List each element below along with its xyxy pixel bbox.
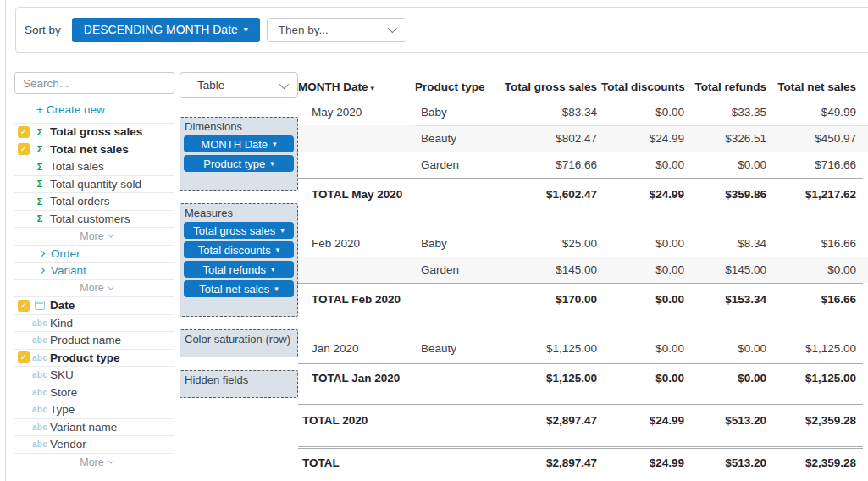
- total-value-cell: $513.20: [688, 449, 771, 477]
- field-label: Product name: [50, 334, 121, 346]
- sidebar-item-total-net-sales[interactable]: ✓ΣTotal net sales: [14, 141, 174, 159]
- chevron-down-icon: [108, 232, 113, 238]
- total-value-cell: $0.00: [601, 364, 688, 392]
- pill-label: Total refunds: [203, 263, 266, 276]
- report-builder-page: Sort by DESCENDING MONTH Date ▾ Then by.…: [0, 0, 868, 481]
- total-value-cell: $0.00: [601, 285, 688, 313]
- field-label: Total quantity sold: [50, 178, 141, 191]
- measure-pill-total-net-sales[interactable]: Total net sales▾: [184, 280, 294, 297]
- sigma-glyph: Σ: [37, 213, 43, 224]
- sidebar-item-type[interactable]: abcType: [14, 401, 174, 419]
- group-label: Variant: [51, 264, 86, 277]
- value-cell: $145.00: [497, 257, 601, 283]
- primary-sort-button[interactable]: DESCENDING MONTH Date ▾: [72, 18, 260, 42]
- sidebar-item-total-quantity-sold[interactable]: ΣTotal quantity sold: [14, 176, 174, 194]
- report-table: MONTH Date▾Product typeTotal gross sales…: [298, 75, 868, 477]
- month-cell: Feb 2020: [298, 230, 415, 257]
- abc-glyph: abc: [32, 353, 47, 362]
- caret-down-icon: ▾: [371, 84, 375, 92]
- primary-sort-label: DESCENDING MONTH Date: [84, 23, 238, 36]
- sigma-icon: Σ: [30, 179, 50, 189]
- grand-total-row: TOTAL 2020$2,897.47$24.99$513.20$2,359.2…: [298, 406, 868, 434]
- dimension-pill-month-date[interactable]: MONTH Date▾: [184, 135, 294, 152]
- column-header-product-type: Product type: [415, 75, 497, 99]
- chevron-right-icon: [39, 251, 45, 257]
- abc-glyph: abc: [32, 370, 47, 379]
- view-type-value: Table: [197, 79, 224, 91]
- sidebar-item-total-customers[interactable]: ΣTotal customers: [14, 211, 174, 229]
- product-cell: Baby: [415, 99, 497, 125]
- value-cell: $0.00: [601, 152, 688, 178]
- sort-bar: Sort by DESCENDING MONTH Date ▾ Then by.…: [15, 7, 868, 53]
- spacer-row: [298, 434, 868, 446]
- field-label: Total orders: [50, 195, 110, 207]
- abc-icon: abc: [30, 370, 50, 379]
- field-label: SKU: [50, 368, 74, 381]
- checkbox[interactable]: ✓: [18, 143, 30, 155]
- month-cell: [298, 152, 415, 178]
- color-saturation-label: Color saturation (row): [183, 332, 295, 348]
- sidebar-item-sku[interactable]: abcSKU: [14, 367, 174, 384]
- page-left-divider: [5, 0, 6, 481]
- column-header-label: Total refunds: [694, 80, 766, 93]
- measure-pill-total-gross-sales[interactable]: Total gross sales▾: [184, 222, 294, 239]
- total-label-cell: TOTAL 2020: [298, 406, 497, 434]
- sigma-icon: Σ: [30, 144, 50, 154]
- sidebar-more-link[interactable]: More: [14, 228, 174, 246]
- sidebar-item-variant-name[interactable]: abcVariant name: [14, 419, 174, 437]
- month-total-row: TOTAL Jan 2020$1,125.00$0.00$0.00$1,125.…: [298, 364, 868, 392]
- total-value-cell: $359.86: [688, 180, 771, 208]
- sidebar-item-product-name[interactable]: abcProduct name: [14, 332, 174, 350]
- column-header-total-net-sales: Total net sales: [771, 75, 868, 99]
- value-cell: $33.35: [688, 99, 771, 125]
- column-header-label: Total gross sales: [505, 80, 597, 93]
- measure-pill-total-discounts[interactable]: Total discounts▾: [184, 241, 294, 258]
- value-cell: $24.99: [601, 125, 688, 152]
- month-cell: [298, 125, 415, 152]
- sigma-glyph: Σ: [37, 162, 43, 172]
- checkbox[interactable]: ✓: [18, 351, 30, 363]
- pill-label: Total gross sales: [193, 224, 275, 237]
- chevron-down-icon: [388, 24, 397, 33]
- measure-pill-total-refunds[interactable]: Total refunds▾: [184, 261, 294, 278]
- sidebar-item-product-type[interactable]: ✓abcProduct type: [14, 350, 174, 368]
- value-cell: $0.00: [601, 257, 688, 283]
- column-header-total-gross-sales: Total gross sales: [497, 75, 601, 99]
- dimension-pill-product-type[interactable]: Product type▾: [184, 155, 294, 172]
- report-table-area: MONTH Date▾Product typeTotal gross sales…: [298, 75, 868, 477]
- pill-label: MONTH Date: [201, 138, 268, 151]
- checkbox[interactable]: ✓: [18, 126, 30, 138]
- search-input[interactable]: [14, 72, 174, 94]
- create-new-link[interactable]: + Create new: [36, 103, 174, 116]
- field-label: Date: [50, 299, 75, 312]
- sigma-glyph: Σ: [37, 144, 43, 154]
- sidebar-item-date[interactable]: ✓Date: [14, 297, 174, 315]
- caret-down-icon: ▾: [271, 266, 275, 274]
- view-type-select[interactable]: Table: [180, 72, 298, 98]
- product-cell: Garden: [415, 257, 497, 283]
- sidebar-item-total-gross-sales[interactable]: ✓ΣTotal gross sales: [14, 124, 174, 141]
- checkbox[interactable]: ✓: [18, 300, 30, 312]
- table-row: Beauty$802.47$24.99$326.51$450.97: [298, 125, 868, 152]
- sidebar-item-kind[interactable]: abcKind: [14, 315, 174, 333]
- spacer-row: [298, 208, 868, 230]
- pill-label: Total net sales: [199, 283, 269, 296]
- column-header-month-date[interactable]: MONTH Date▾: [298, 75, 415, 99]
- then-by-select[interactable]: Then by...: [267, 18, 406, 42]
- column-header-label: Product type: [415, 80, 485, 93]
- column-header-label: Total discounts: [601, 80, 685, 93]
- sidebar-group-variant[interactable]: Variant: [14, 263, 174, 280]
- sidebar-item-total-sales[interactable]: ΣTotal sales: [14, 158, 174, 176]
- sidebar-more-link[interactable]: More: [14, 454, 174, 472]
- abc-icon: abc: [30, 405, 50, 414]
- dimensions-panel: Dimensions MONTH Date▾Product type▾: [180, 117, 298, 191]
- sidebar-item-vendor[interactable]: abcVendor: [14, 436, 174, 454]
- sidebar-group-order[interactable]: Order: [14, 246, 174, 263]
- total-value-cell: $153.34: [688, 285, 771, 313]
- value-cell: $145.00: [688, 257, 771, 283]
- value-cell: $802.47: [497, 125, 601, 152]
- sidebar-item-total-orders[interactable]: ΣTotal orders: [14, 193, 174, 211]
- sidebar-more-link[interactable]: More: [14, 280, 174, 298]
- sidebar-item-store[interactable]: abcStore: [14, 384, 174, 402]
- total-label-cell: TOTAL: [298, 449, 497, 477]
